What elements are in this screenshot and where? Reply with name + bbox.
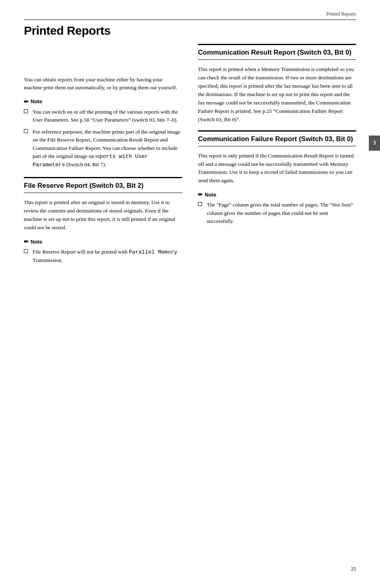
intro-note: ✏ Note You can switch on or off the prin… [24, 98, 182, 169]
comm-failure-title: Communication Failure Report (Switch 03,… [198, 135, 356, 144]
bullet-icon [198, 202, 202, 206]
page: Printed Reports 3 Printed Reports You ca… [0, 0, 380, 588]
bullet-icon [24, 249, 28, 253]
page-title: Printed Reports [24, 24, 111, 37]
intro-note-item-1-text: You can switch on or off the printing of… [33, 108, 182, 124]
chapter-number: 3 [373, 140, 376, 146]
comm-result-title: Communication Result Report (Switch 03, … [198, 48, 356, 57]
intro-note-list: You can switch on or off the printing of… [24, 108, 182, 169]
file-reserve-note-list: File Reserve Report will not be printed … [24, 248, 182, 265]
comm-failure-note-list: The "Page" column gives the total number… [198, 201, 356, 225]
intro-paragraph: You can obtain reports from your machine… [24, 76, 182, 92]
left-column: You can obtain reports from your machine… [24, 44, 182, 273]
comm-result-heading: Communication Result Report (Switch 03, … [198, 44, 356, 60]
file-reserve-note-item-1-text: File Reserve Report will not be printed … [33, 248, 182, 265]
note-icon: ✏ [24, 98, 29, 105]
file-reserve-title: File Reserve Report (Switch 03, Bit 2) [24, 181, 182, 190]
file-reserve-note-item-1: File Reserve Report will not be printed … [24, 248, 182, 265]
intro-note-item-2: For reference purposes, the machine prin… [24, 128, 182, 169]
header-breadcrumb: Printed Reports [24, 11, 356, 20]
file-reserve-body: This report is printed after an original… [24, 199, 182, 232]
comm-failure-heading: Communication Failure Report (Switch 03,… [198, 130, 356, 146]
page-number: 25 [351, 566, 356, 572]
page-number-text: 25 [351, 566, 356, 572]
right-column: Communication Result Report (Switch 03, … [198, 44, 356, 273]
note-label-text: Note [31, 239, 42, 245]
file-reserve-note-label: ✏ Note [24, 238, 182, 245]
main-content: You can obtain reports from your machine… [24, 44, 356, 273]
comm-failure-note-item-1-text: The "Page" column gives the total number… [207, 201, 356, 225]
page-title-text: Printed Reports [24, 24, 111, 37]
comm-failure-body: This report is only printed if the Commu… [198, 152, 356, 185]
bullet-icon [24, 129, 28, 133]
intro-note-label: ✏ Note [24, 98, 182, 105]
file-reserve-note: ✏ Note File Reserve Report will not be p… [24, 238, 182, 265]
note-label-text: Note [31, 98, 42, 104]
intro-note-item-1: You can switch on or off the printing of… [24, 108, 182, 124]
file-reserve-heading: File Reserve Report (Switch 03, Bit 2) [24, 177, 182, 193]
comm-failure-note: ✏ Note The "Page" column gives the total… [198, 191, 356, 225]
intro-text: You can obtain reports from your machine… [24, 77, 177, 90]
comm-failure-note-item-1: The "Page" column gives the total number… [198, 201, 356, 225]
comm-result-body: This report is printed when a Memory Tra… [198, 65, 356, 124]
note-label-text: Note [205, 192, 216, 198]
intro-note-item-2-text: For reference purposes, the machine prin… [33, 128, 182, 169]
comm-failure-note-label: ✏ Note [198, 191, 356, 198]
bullet-icon [24, 109, 28, 113]
note-icon: ✏ [198, 191, 203, 198]
chapter-tab: 3 [369, 136, 380, 151]
note-icon: ✏ [24, 238, 29, 245]
breadcrumb-text: Printed Reports [326, 11, 356, 17]
